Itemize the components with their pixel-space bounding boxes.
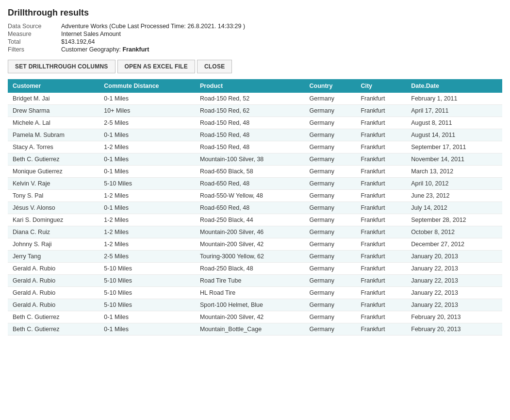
table-cell: Germany (305, 299, 356, 311)
table-cell: Germany (305, 129, 356, 141)
table-cell: Mountain-200 Silver, 42 (195, 311, 305, 323)
table-cell: Germany (305, 105, 356, 117)
table-header-date-date: Date.Date (406, 79, 502, 93)
page-title: Drillthrough results (8, 8, 502, 18)
table-cell: Germany (305, 93, 356, 105)
filters-prefix: Customer Geography: (61, 46, 121, 53)
table-cell: Michele A. Lal (8, 117, 99, 129)
table-row: Beth C. Gutierrez0-1 MilesMountain-100 S… (8, 153, 502, 166)
table-cell: Road-650 Red, 48 (195, 202, 305, 214)
table-cell: Germany (305, 251, 356, 263)
table-row: Gerald A. Rubio5-10 MilesHL Road TireGer… (8, 287, 502, 299)
table-cell: January 22, 2013 (406, 299, 502, 311)
measure-value: Internet Sales Amount (61, 31, 502, 37)
table-cell: 0-1 Miles (99, 166, 195, 178)
table-cell: Mountain-200 Silver, 42 (195, 238, 305, 251)
filters-label: Filters (8, 46, 61, 53)
table-cell: Germany (305, 190, 356, 202)
close-button[interactable]: CLOSE (197, 60, 232, 73)
table-cell: January 22, 2013 (406, 287, 502, 299)
table-cell: 1-2 Miles (99, 214, 195, 226)
table-cell: Germany (305, 166, 356, 178)
table-cell: 10+ Miles (99, 105, 195, 117)
table-cell: Diana C. Ruiz (8, 226, 99, 238)
table-row: Gerald A. Rubio5-10 MilesRoad Tire TubeG… (8, 275, 502, 287)
table-cell: Frankfurt (356, 263, 406, 275)
table-cell: Germany (305, 238, 356, 251)
table-cell: 0-1 Miles (99, 129, 195, 141)
table-cell: Road-650 Red, 48 (195, 178, 305, 190)
table-cell: April 17, 2011 (406, 105, 502, 117)
table-cell: Frankfurt (356, 251, 406, 263)
table-cell: Frankfurt (356, 287, 406, 299)
set-drillthrough-columns-button[interactable]: SET DRILLTHROUGH COLUMNS (8, 60, 115, 73)
table-cell: September 17, 2011 (406, 141, 502, 153)
table-cell: January 20, 2013 (406, 251, 502, 263)
table-cell: Germany (305, 202, 356, 214)
table-row: Gerald A. Rubio5-10 MilesSport-100 Helme… (8, 299, 502, 311)
table-cell: Germany (305, 226, 356, 238)
table-cell: Stacy A. Torres (8, 141, 99, 153)
table-cell: Gerald A. Rubio (8, 287, 99, 299)
table-cell: Road-150 Red, 48 (195, 117, 305, 129)
table-cell: September 28, 2012 (406, 214, 502, 226)
table-row: Monique Gutierrez0-1 MilesRoad-650 Black… (8, 166, 502, 178)
table-cell: February 1, 2011 (406, 93, 502, 105)
filters-value: Customer Geography: Frankfurt (61, 46, 502, 53)
table-cell: 0-1 Miles (99, 323, 195, 336)
table-cell: January 22, 2013 (406, 275, 502, 287)
table-cell: Road-250 Black, 44 (195, 214, 305, 226)
table-cell: February 20, 2013 (406, 311, 502, 323)
open-as-excel-button[interactable]: OPEN AS EXCEL FILE (117, 60, 195, 73)
table-cell: Germany (305, 117, 356, 129)
table-cell: Road-650 Black, 58 (195, 166, 305, 178)
table-cell: Mountain-200 Silver, 46 (195, 226, 305, 238)
table-cell: Road-150 Red, 52 (195, 93, 305, 105)
data-source-value: Adventure Works (Cube Last Processed Tim… (61, 23, 502, 30)
table-body: Bridget M. Jai0-1 MilesRoad-150 Red, 52G… (8, 93, 502, 336)
table-header-row: CustomerCommute DistanceProductCountryCi… (8, 79, 502, 93)
table-cell: Germany (305, 275, 356, 287)
table-cell: Drew Sharma (8, 105, 99, 117)
total-value: $143.192,64 (61, 38, 502, 45)
table-cell: Road-150 Red, 48 (195, 141, 305, 153)
table-cell: Monique Gutierrez (8, 166, 99, 178)
table-cell: February 20, 2013 (406, 323, 502, 336)
data-source-label: Data Source (8, 23, 61, 30)
table-cell: Frankfurt (356, 275, 406, 287)
table-cell: 2-5 Miles (99, 251, 195, 263)
table-cell: Gerald A. Rubio (8, 299, 99, 311)
table-row: Beth C. Gutierrez0-1 MilesMountain_Bottl… (8, 323, 502, 336)
table-cell: Frankfurt (356, 93, 406, 105)
table-cell: 5-10 Miles (99, 275, 195, 287)
table-cell: 5-10 Miles (99, 287, 195, 299)
table-cell: Touring-3000 Yellow, 62 (195, 251, 305, 263)
table-cell: Frankfurt (356, 226, 406, 238)
table-cell: Frankfurt (356, 214, 406, 226)
table-cell: Germany (305, 323, 356, 336)
table-row: Jerry Tang2-5 MilesTouring-3000 Yellow, … (8, 251, 502, 263)
table-cell: Frankfurt (356, 202, 406, 214)
table-cell: Germany (305, 178, 356, 190)
table-row: Bridget M. Jai0-1 MilesRoad-150 Red, 52G… (8, 93, 502, 105)
table-header-city: City (356, 79, 406, 93)
table-cell: Frankfurt (356, 190, 406, 202)
table-cell: Gerald A. Rubio (8, 275, 99, 287)
table-cell: April 10, 2012 (406, 178, 502, 190)
results-table: CustomerCommute DistanceProductCountryCi… (8, 79, 502, 336)
table-cell: 2-5 Miles (99, 117, 195, 129)
table-cell: 0-1 Miles (99, 153, 195, 166)
table-row: Gerald A. Rubio5-10 MilesRoad-250 Black,… (8, 263, 502, 275)
table-cell: Road-150 Red, 62 (195, 105, 305, 117)
toolbar: SET DRILLTHROUGH COLUMNS OPEN AS EXCEL F… (8, 60, 502, 73)
table-cell: Bridget M. Jai (8, 93, 99, 105)
table-header-customer: Customer (8, 79, 99, 93)
table-cell: Frankfurt (356, 105, 406, 117)
table-cell: 0-1 Miles (99, 202, 195, 214)
table-cell: July 14, 2012 (406, 202, 502, 214)
table-cell: 5-10 Miles (99, 178, 195, 190)
table-row: Kelvin V. Raje5-10 MilesRoad-650 Red, 48… (8, 178, 502, 190)
table-cell: 5-10 Miles (99, 263, 195, 275)
table-cell: Johnny S. Raji (8, 238, 99, 251)
total-label: Total (8, 38, 61, 45)
